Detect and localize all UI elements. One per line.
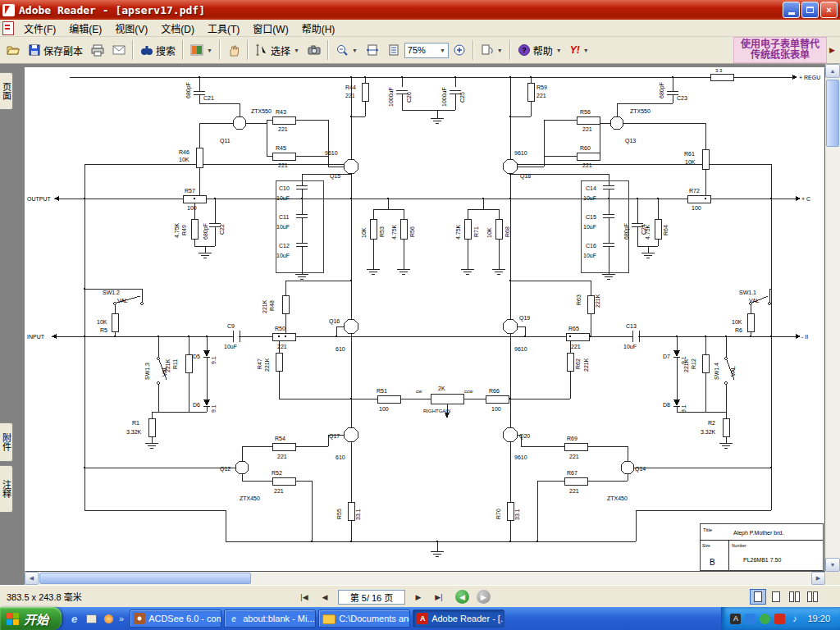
svg-text:OUTPUT: OUTPUT xyxy=(27,196,52,202)
document-page[interactable]: 680pFC21ZTX550R43221Q11R4610KR452219610Q… xyxy=(25,67,824,571)
print-button[interactable] xyxy=(87,39,108,62)
horizontal-scroll-thumb[interactable] xyxy=(39,573,251,584)
scroll-right-button[interactable]: ▶ xyxy=(811,572,825,585)
sidebar-tab-comments[interactable]: 注释 xyxy=(0,465,13,513)
tray-icon-1[interactable] xyxy=(745,614,756,624)
horizontal-scrollbar[interactable]: ◀ ▶ xyxy=(25,572,825,585)
svg-text:9610: 9610 xyxy=(514,150,527,156)
svg-text:10K: 10K xyxy=(685,159,696,165)
quick-launch-overflow[interactable]: » xyxy=(119,614,124,623)
camera-icon xyxy=(308,43,321,57)
start-button[interactable]: 开始 xyxy=(0,607,62,630)
menu-item-help[interactable]: 帮助(H) xyxy=(295,20,342,37)
svg-text:10K: 10K xyxy=(361,227,367,238)
task-buttons: ACDSee 6.0 - com...eabout:blank - Mi...C… xyxy=(130,609,504,628)
open-button[interactable] xyxy=(2,39,24,62)
svg-text:9.1: 9.1 xyxy=(211,404,217,413)
quick-launch-show-desktop-icon[interactable] xyxy=(84,612,98,626)
yahoo-icon: Y! xyxy=(570,44,580,56)
quick-launch-internet-explorer-icon[interactable]: e xyxy=(67,612,81,626)
svg-text:SW1.3: SW1.3 xyxy=(144,363,150,380)
snapshot-button[interactable] xyxy=(304,39,325,62)
taskbar-task-adobe-reader[interactable]: AAdobe Reader - [... xyxy=(413,609,504,628)
email-button[interactable] xyxy=(108,39,130,62)
maximize-button[interactable] xyxy=(801,2,819,18)
svg-text:R62: R62 xyxy=(575,358,581,369)
layout-facing-button[interactable] xyxy=(804,589,820,605)
menu-item-view[interactable]: 视图(V) xyxy=(108,20,154,37)
zoom-level-combo[interactable]: 75% ▼ xyxy=(404,43,449,58)
next-page-button[interactable]: ▶ xyxy=(409,588,427,605)
taskbar-task-acdsee[interactable]: ACDSee 6.0 - com... xyxy=(130,609,221,628)
fit-width-button[interactable] xyxy=(383,39,404,62)
save-copy-button[interactable]: 保存副本 xyxy=(24,39,87,62)
svg-text:PL26MB1 7.50: PL26MB1 7.50 xyxy=(743,557,781,563)
toolbar-separator xyxy=(182,40,184,60)
next-view-button[interactable]: ▶ xyxy=(477,590,491,604)
hand-tool-button[interactable] xyxy=(223,39,244,62)
svg-text:10uF: 10uF xyxy=(623,344,637,349)
svg-text:10K: 10K xyxy=(97,319,107,325)
sidebar-tab-pages[interactable]: 页面 xyxy=(0,72,13,110)
svg-text:R1: R1 xyxy=(132,420,139,426)
minimize-button[interactable] xyxy=(783,2,800,18)
menu-item-tools[interactable]: 工具(T) xyxy=(201,20,246,37)
svg-text:D8: D8 xyxy=(663,402,670,408)
minimize-icon xyxy=(788,12,795,15)
last-page-button[interactable]: ▶| xyxy=(430,588,448,605)
svg-text:R55: R55 xyxy=(336,509,342,519)
zoom-in-button[interactable] xyxy=(449,39,470,62)
previous-page-button[interactable]: ◀ xyxy=(316,588,334,605)
tray-icon-2[interactable] xyxy=(760,614,770,624)
svg-text:10K: 10K xyxy=(179,157,189,162)
svg-text:3.32K: 3.32K xyxy=(701,429,716,435)
language-indicator-icon[interactable]: A xyxy=(730,614,741,624)
tray-icon-3[interactable] xyxy=(774,614,785,624)
scroll-left-button[interactable]: ◀ xyxy=(25,572,39,585)
menu-item-edit[interactable]: 编辑(E) xyxy=(62,20,108,37)
svg-text:10uF: 10uF xyxy=(276,224,290,230)
promo-banner[interactable]: 使用电子表单替代 传统纸张表单 xyxy=(733,37,827,63)
page-layout-button[interactable]: ▼ xyxy=(477,39,507,62)
yahoo-button[interactable]: Y! ▼ xyxy=(566,39,593,62)
vertical-scrollbar[interactable]: ▲ ▼ xyxy=(825,64,840,572)
svg-text:R6: R6 xyxy=(735,327,742,333)
quick-launch-media-player-icon[interactable] xyxy=(102,612,116,626)
digital-editions-button[interactable]: ▼ xyxy=(186,39,217,62)
page-navigation: |◀ ◀ 第 5/ 16 页 ▶ ▶| ◀ ▶ xyxy=(295,588,491,605)
layout-single-page-button[interactable] xyxy=(750,589,766,605)
layout-continuous-facing-button[interactable] xyxy=(786,589,802,605)
first-page-button[interactable]: |◀ xyxy=(295,588,313,605)
svg-text:221: 221 xyxy=(274,488,284,494)
sidebar-tab-attachments[interactable]: 附件 xyxy=(0,422,13,462)
svg-text:610: 610 xyxy=(336,454,345,460)
help-button[interactable]: ? 帮助 ▼ xyxy=(514,39,566,62)
volume-icon[interactable]: ♪ xyxy=(789,614,800,624)
svg-text:R71: R71 xyxy=(473,226,479,237)
actual-size-button[interactable] xyxy=(362,39,383,62)
menu-item-window[interactable]: 窗口(W) xyxy=(246,20,294,37)
clock[interactable]: 19:20 xyxy=(807,614,830,623)
zoom-in-icon xyxy=(453,43,466,57)
previous-view-button[interactable]: ◀ xyxy=(455,590,469,604)
vertical-scroll-thumb[interactable] xyxy=(826,80,839,147)
search-button[interactable]: 搜索 xyxy=(136,39,180,62)
adobe-reader-icon xyxy=(2,4,15,16)
binoculars-icon xyxy=(140,43,153,57)
toolbar-overflow-button[interactable]: ▶ xyxy=(827,46,838,54)
scroll-up-button[interactable]: ▲ xyxy=(825,64,840,78)
page-number-field[interactable]: 第 5/ 16 页 xyxy=(338,590,405,605)
document-icon[interactable] xyxy=(2,21,14,35)
taskbar-task-folder[interactable]: C:\Documents and... xyxy=(318,609,410,628)
svg-text:221K: 221K xyxy=(583,358,589,372)
scroll-down-button[interactable]: ▼ xyxy=(825,558,840,572)
layout-continuous-button[interactable] xyxy=(768,589,784,605)
select-tool-button[interactable]: 选择 ▼ xyxy=(251,39,304,62)
taskbar-task-internet-explorer[interactable]: eabout:blank - Mi... xyxy=(224,609,316,628)
svg-text:R48: R48 xyxy=(269,300,275,311)
menu-item-file[interactable]: 文件(F) xyxy=(17,20,62,37)
svg-text:C12: C12 xyxy=(279,243,290,249)
close-button[interactable]: × xyxy=(820,2,838,18)
zoom-out-button[interactable]: ▼ xyxy=(331,39,362,62)
menu-item-document[interactable]: 文档(D) xyxy=(154,20,201,37)
